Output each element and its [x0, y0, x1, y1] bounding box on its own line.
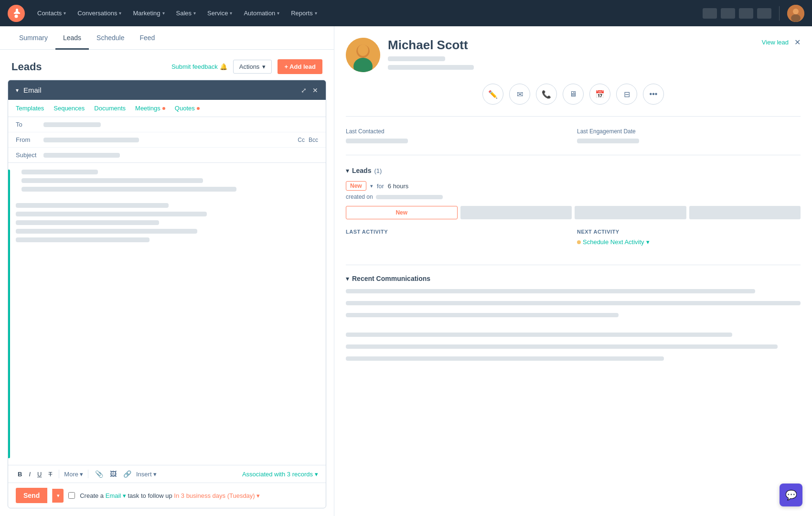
submit-feedback-link[interactable]: Submit feedback 🔔 [171, 63, 227, 70]
user-avatar[interactable] [787, 5, 804, 22]
pipeline-step-2[interactable] [460, 206, 572, 219]
from-value[interactable] [43, 138, 139, 142]
last-engagement-label: Last Engagement Date [577, 128, 801, 135]
insert-button[interactable]: Insert ▾ [136, 471, 157, 478]
italic-button[interactable]: I [27, 470, 32, 479]
follow-up-time[interactable]: In 3 business days (Tuesday) ▾ [174, 492, 260, 499]
tab-feed[interactable]: Feed [132, 26, 162, 50]
close-panel-icon[interactable]: ✕ [794, 38, 801, 47]
left-panel: Summary Leads Schedule Feed Leads Submit… [0, 26, 334, 516]
actions-button[interactable]: Actions ▾ [233, 60, 272, 74]
subject-value[interactable] [43, 153, 120, 158]
follow-up-type[interactable]: Email ▾ [106, 492, 128, 499]
quote-indicator [8, 170, 10, 458]
pipeline-new-label: New [395, 209, 407, 216]
contact-header: Michael Scott View lead ✕ [346, 38, 801, 72]
email-collapse-icon[interactable]: ▾ [16, 87, 19, 94]
comm-placeholder-3 [346, 313, 619, 317]
attachment-icon[interactable]: 📎 [93, 469, 105, 479]
pipeline-step-new[interactable]: New [346, 206, 458, 219]
body-line-3 [21, 187, 236, 192]
bcc-link[interactable]: Bcc [309, 137, 318, 143]
follow-up-checkbox[interactable] [68, 492, 75, 499]
toolbar-quotes[interactable]: Quotes [175, 105, 200, 112]
top-navigation: Contacts▾ Conversations▾ Marketing▾ Sale… [0, 0, 812, 26]
tab-leads[interactable]: Leads [55, 26, 89, 50]
nav-conversations[interactable]: Conversations▾ [73, 7, 126, 20]
comm-row-3 [346, 313, 801, 317]
add-lead-button[interactable]: + Add lead [278, 59, 322, 74]
main-layout: Summary Leads Schedule Feed Leads Submit… [0, 26, 812, 516]
video-icon-button[interactable]: 🖥 [563, 84, 584, 105]
email-body[interactable] [8, 163, 326, 465]
hubspot-logo[interactable] [8, 5, 25, 22]
nav-contacts[interactable]: Contacts▾ [32, 7, 71, 20]
comm-row-2 [346, 301, 801, 305]
more-caret-icon: ▾ [80, 471, 83, 478]
subject-label: Subject [16, 151, 40, 159]
more-button[interactable]: More ▾ [64, 471, 83, 478]
toolbar-sequences[interactable]: Sequences [53, 105, 85, 112]
created-on-label: created on [346, 194, 373, 200]
link-icon[interactable]: 🔗 [121, 469, 133, 479]
formatting-bar: B I U T More ▾ 📎 🖼 🔗 Insert ▾ Associ [8, 465, 326, 483]
lead-new-badge[interactable]: New [346, 181, 366, 191]
email-compose-header: ▾ Email ⤢ ✕ [8, 80, 326, 100]
contact-detail-2 [388, 65, 474, 70]
email-icon-button[interactable]: ✉ [509, 84, 530, 105]
toolbar-templates[interactable]: Templates [16, 105, 44, 112]
calendar-icon-button[interactable]: 📅 [589, 84, 610, 105]
image-icon[interactable]: 🖼 [108, 469, 118, 479]
subject-field-row: Subject [8, 148, 326, 162]
nav-service[interactable]: Service▾ [203, 7, 237, 20]
last-activity-label: LAST ACTIVITY [346, 229, 569, 235]
toolbar-meetings[interactable]: Meetings [135, 105, 165, 112]
nav-marketing[interactable]: Marketing▾ [128, 7, 169, 20]
nav-btn-3[interactable] [739, 8, 753, 19]
last-activity-col: LAST ACTIVITY [346, 229, 569, 246]
body-line-4 [16, 203, 169, 208]
send-bar: Send ▾ Create a Email ▾ task to follow u… [8, 483, 326, 508]
contact-action-icons: ✏️ ✉ 📞 🖥 📅 ⊟ ••• [346, 84, 801, 117]
edit-icon-button[interactable]: ✏️ [482, 84, 503, 105]
comm-placeholder-5 [346, 344, 778, 349]
send-button[interactable]: Send [16, 488, 47, 503]
underline-button[interactable]: U [35, 470, 43, 479]
nav-btn-4[interactable] [757, 8, 771, 19]
leads-header: Leads Submit feedback 🔔 Actions ▾ + Add … [0, 50, 334, 80]
toolbar-documents[interactable]: Documents [94, 105, 126, 112]
tab-summary[interactable]: Summary [11, 26, 55, 50]
chat-widget[interactable]: 💬 [780, 484, 802, 506]
recent-comms-chevron-icon[interactable]: ▾ [346, 275, 349, 282]
nav-btn-2[interactable] [721, 8, 735, 19]
phone-icon-button[interactable]: 📞 [536, 84, 557, 105]
send-dropdown-button[interactable]: ▾ [52, 489, 64, 503]
associated-records-button[interactable]: Associated with 3 records ▾ [242, 471, 318, 478]
nav-sales[interactable]: Sales▾ [171, 7, 201, 20]
body-line-7 [16, 229, 197, 234]
pipeline-step-3[interactable] [575, 206, 686, 219]
last-engagement-value [577, 139, 639, 143]
follow-up-text: Create a Email ▾ task to follow up In 3 … [80, 492, 260, 499]
nav-reports[interactable]: Reports▾ [286, 7, 322, 20]
schedule-dot-icon [577, 240, 581, 244]
leads-chevron-icon[interactable]: ▾ [346, 167, 349, 174]
to-value[interactable] [43, 122, 101, 127]
meetings-dot [162, 107, 165, 110]
email-caret-icon: ▾ [123, 492, 126, 499]
strikethrough-button[interactable]: T [46, 470, 54, 479]
comm-placeholder-4 [346, 333, 732, 337]
email-expand-icon[interactable]: ⤢ [301, 86, 307, 94]
nav-automation[interactable]: Automation▾ [239, 7, 284, 20]
email-close-icon[interactable]: ✕ [312, 86, 318, 94]
schedule-next-activity-button[interactable]: Schedule Next Activity ▾ [577, 238, 801, 246]
bold-button[interactable]: B [16, 470, 24, 479]
task-icon-button[interactable]: ⊟ [616, 84, 637, 105]
topnav-right [703, 5, 804, 22]
pipeline-step-4[interactable] [689, 206, 801, 219]
nav-btn-1[interactable] [703, 8, 717, 19]
tab-schedule[interactable]: Schedule [89, 26, 132, 50]
cc-link[interactable]: Cc [298, 137, 305, 143]
view-lead-button[interactable]: View lead [762, 39, 789, 46]
more-actions-icon-button[interactable]: ••• [643, 84, 664, 105]
